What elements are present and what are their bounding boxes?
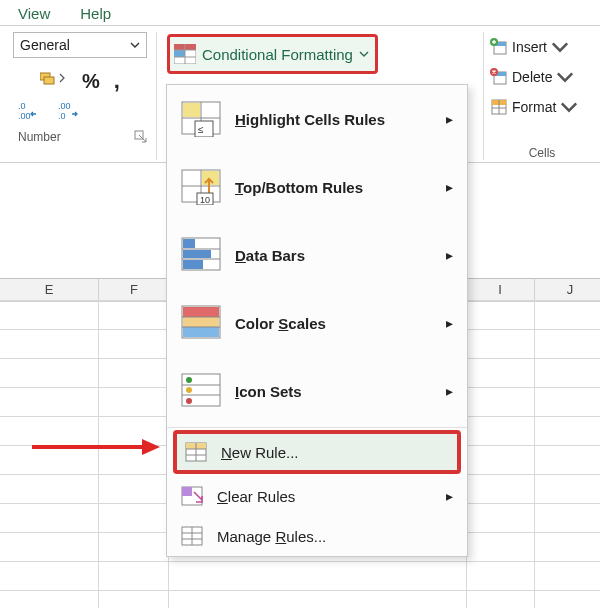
svg-point-52 (186, 398, 192, 404)
submenu-arrow-icon: ▸ (446, 315, 453, 331)
delete-button[interactable]: Delete (484, 62, 594, 92)
svg-rect-40 (183, 260, 203, 269)
top-bottom-icon: 10 (181, 169, 221, 205)
chevron-down-icon (359, 49, 369, 59)
svg-rect-39 (183, 250, 211, 258)
menu-separator (167, 427, 467, 428)
number-format-value: General (20, 37, 70, 53)
svg-rect-43 (183, 317, 219, 327)
svg-rect-59 (182, 487, 192, 496)
col-header-j[interactable]: J (534, 278, 600, 302)
menu-label: Icon Sets (235, 383, 302, 400)
submenu-arrow-icon: ▸ (446, 179, 453, 195)
svg-text:10: 10 (200, 195, 210, 205)
menu-label: Top/Bottom Rules (235, 179, 363, 196)
insert-label: Insert (512, 39, 547, 55)
format-label: Format (512, 99, 556, 115)
insert-button[interactable]: Insert (484, 32, 594, 62)
new-rule-icon (185, 442, 207, 462)
chevron-down-icon (130, 40, 140, 50)
chevron-down-icon (560, 98, 578, 116)
delete-label: Delete (512, 69, 552, 85)
decrease-decimal-button[interactable]: .00 .0 (58, 100, 84, 123)
menu-manage-rules[interactable]: Manage Rules... (167, 516, 467, 556)
annotation-arrow-icon (32, 437, 162, 457)
highlight-new-rule: New Rule... (173, 430, 461, 474)
svg-rect-9 (174, 50, 185, 57)
format-cells-icon (490, 98, 508, 116)
increase-decimal-button[interactable]: .0 .00 (18, 100, 44, 123)
data-bars-icon (181, 237, 221, 273)
menu-icon-sets[interactable]: Icon Sets ▸ (167, 357, 467, 425)
svg-text:.0: .0 (18, 101, 26, 111)
svg-text:.00: .00 (58, 101, 71, 111)
comma-button[interactable]: , (114, 68, 120, 94)
icon-sets-icon (181, 373, 221, 409)
svg-rect-44 (183, 327, 219, 337)
submenu-arrow-icon: ▸ (446, 111, 453, 127)
svg-rect-38 (183, 239, 195, 248)
menu-color-scales[interactable]: Color Scales ▸ (167, 289, 467, 357)
menu-label: Data Bars (235, 247, 305, 264)
svg-point-50 (186, 377, 192, 383)
delete-cells-icon (490, 68, 508, 86)
menu-new-rule[interactable]: New Rule... (177, 434, 457, 470)
menu-label: Clear Rules (217, 488, 295, 505)
dialog-launcher-number[interactable] (134, 130, 148, 147)
format-button[interactable]: Format (484, 92, 594, 122)
group-number: General % , .0 .00 (4, 32, 157, 160)
group-cells: Insert Delete Format Cells (483, 32, 594, 160)
chevron-down-icon (556, 68, 574, 86)
menu-data-bars[interactable]: Data Bars ▸ (167, 221, 467, 289)
submenu-arrow-icon: ▸ (446, 383, 453, 399)
menu-label: Color Scales (235, 315, 326, 332)
manage-rules-icon (181, 526, 203, 546)
col-header-i[interactable]: I (464, 278, 536, 302)
group-label-cells: Cells (529, 146, 556, 160)
col-header-e[interactable]: E (0, 278, 99, 302)
clear-rules-icon (181, 486, 203, 506)
chevron-down-icon (551, 38, 569, 56)
menu-top-bottom-rules[interactable]: 10 Top/Bottom Rules ▸ (167, 153, 467, 221)
conditional-formatting-menu: ≤ Highlight Cells Rules ▸ 10 Top/Bottom … (166, 84, 468, 557)
conditional-formatting-button[interactable]: Conditional Formatting (167, 34, 378, 74)
group-label-number: Number (18, 130, 61, 147)
svg-rect-26 (183, 103, 200, 117)
menu-label: Highlight Cells Rules (235, 111, 385, 128)
percent-button[interactable]: % (82, 70, 100, 93)
color-scales-icon (181, 305, 221, 341)
svg-text:.00: .00 (18, 111, 31, 120)
accounting-format-button[interactable] (40, 69, 68, 94)
conditional-formatting-label: Conditional Formatting (202, 46, 353, 63)
svg-rect-1 (44, 77, 54, 84)
insert-cells-icon (490, 38, 508, 56)
col-header-f[interactable]: F (98, 278, 170, 302)
conditional-formatting-icon (174, 44, 196, 64)
menu-label: Manage Rules... (217, 528, 326, 545)
svg-point-51 (186, 387, 192, 393)
svg-text:.0: .0 (58, 111, 66, 120)
highlight-cells-icon: ≤ (181, 101, 221, 137)
submenu-arrow-icon: ▸ (446, 488, 453, 504)
menu-highlight-cells-rules[interactable]: ≤ Highlight Cells Rules ▸ (167, 85, 467, 153)
menu-clear-rules[interactable]: Clear Rules ▸ (167, 476, 467, 516)
submenu-arrow-icon: ▸ (446, 247, 453, 263)
svg-rect-32 (202, 171, 219, 185)
svg-rect-42 (183, 307, 219, 317)
svg-marker-65 (142, 439, 160, 455)
svg-text:≤: ≤ (198, 124, 204, 135)
menu-label: New Rule... (221, 444, 299, 461)
number-format-select[interactable]: General (13, 32, 147, 58)
